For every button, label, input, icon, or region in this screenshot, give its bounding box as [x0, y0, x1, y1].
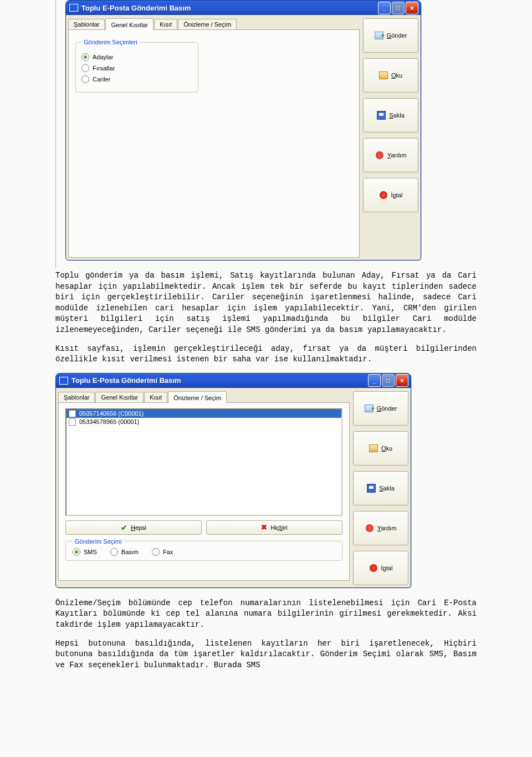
- radio-icon: [81, 64, 89, 72]
- radio-icon: [73, 548, 80, 556]
- body-paragraph-2: Kısıt sayfası, işlemin gerçekleştirilece…: [55, 344, 477, 365]
- body-paragraph-4: Hepsi butonuna basıldığında, listelenen …: [55, 638, 477, 671]
- app-icon: [59, 377, 68, 385]
- list-item-label: 05334578965 (00001): [79, 418, 139, 425]
- gonder-button[interactable]: Gönder: [353, 391, 408, 426]
- minimize-button[interactable]: _: [378, 2, 391, 14]
- checkbox-icon[interactable]: [69, 410, 76, 417]
- radio-icon: [81, 75, 89, 83]
- yardim-button[interactable]: Yardım: [363, 138, 418, 172]
- radio-icon: [152, 548, 160, 556]
- radio-label: Cariler: [93, 76, 110, 83]
- tab-label: Önizleme / Seçim: [173, 395, 221, 401]
- tab-kisit[interactable]: Kısıt: [144, 392, 167, 402]
- iptal-button[interactable]: İptal: [353, 551, 408, 585]
- cancel-icon: [369, 564, 378, 572]
- list-item-label: 05057140656 (C00001): [79, 410, 144, 417]
- radio-adaylar[interactable]: Adaylar: [81, 53, 192, 61]
- tab-genel-kisitlar[interactable]: Genel Kısıtlar: [95, 392, 144, 402]
- oku-button[interactable]: Oku: [353, 431, 408, 466]
- body-paragraph-1: Toplu gönderim ya da basım işlemi, Satış…: [55, 270, 477, 336]
- app-icon: [69, 4, 78, 12]
- sakla-button[interactable]: Sakla: [363, 98, 418, 132]
- tab-sablonlar[interactable]: Şablonlar: [58, 392, 95, 402]
- btn-label-rest: önder: [391, 32, 407, 39]
- groupbox-legend: Gönderim Seçimleri: [81, 39, 140, 45]
- radio-label: Fax: [163, 549, 173, 555]
- hicbiri-button[interactable]: ✖ Hiçbiri: [206, 520, 342, 535]
- send-icon: [365, 404, 374, 413]
- radio-fax[interactable]: Fax: [152, 548, 173, 556]
- list-item[interactable]: 05057140656 (C00001): [66, 410, 341, 418]
- tab-label: Genel Kısıtlar: [111, 22, 148, 28]
- radio-icon: [110, 548, 118, 556]
- x-icon: ✖: [261, 523, 267, 531]
- window-title: Toplu E-Posta Gönderimi Basım: [71, 376, 367, 385]
- radio-cariler[interactable]: Cariler: [81, 75, 192, 83]
- side-button-bar: Gönder Oku Sakla Yardım İptal: [353, 390, 408, 585]
- read-icon: [379, 71, 388, 80]
- tab-label: Şablonlar: [74, 21, 99, 28]
- titlebar[interactable]: Toplu E-Posta Gönderimi Basım _ □ ×: [56, 374, 411, 388]
- page-gutter-line: [55, 0, 56, 268]
- radio-firsatlar[interactable]: Fırsatlar: [81, 64, 192, 72]
- window-title: Toplu E-Posta Gönderimi Basım: [81, 4, 377, 12]
- selection-listbox[interactable]: 05057140656 (C00001) 05334578965 (00001): [65, 408, 342, 516]
- body-paragraph-3: Önizleme/Seçim bölümünde cep telefon num…: [55, 598, 477, 631]
- tab-kisit[interactable]: Kısıt: [154, 19, 177, 29]
- send-icon: [375, 31, 383, 40]
- save-icon: [367, 484, 376, 493]
- side-button-bar: Gönder Oku Sakla Yardım İptal: [363, 17, 418, 258]
- close-button[interactable]: ×: [406, 2, 418, 14]
- tab-bar: Şablonlar Genel Kısıtlar Kısıt Önizleme …: [68, 17, 360, 29]
- sakla-button[interactable]: Sakla: [353, 471, 408, 505]
- tab-label: Önizleme / Seçim: [183, 21, 231, 28]
- read-icon: [369, 444, 378, 453]
- tab-sablonlar[interactable]: Şablonlar: [68, 19, 105, 29]
- maximize-button[interactable]: □: [382, 374, 395, 387]
- tab-bar: Şablonlar Genel Kısıtlar Kısıt Önizleme …: [58, 390, 350, 402]
- cancel-icon: [379, 191, 388, 200]
- radio-label: SMS: [84, 549, 97, 555]
- help-icon: [375, 151, 384, 160]
- group-gonderim-secimleri: Gönderim Seçimleri Adaylar Fırsatlar Car…: [75, 39, 198, 93]
- gonder-button[interactable]: Gönder: [363, 18, 418, 53]
- minimize-button[interactable]: _: [368, 374, 381, 387]
- hepsi-button[interactable]: ✔ Hepsi: [65, 520, 202, 535]
- help-icon: [365, 524, 374, 533]
- checkbox-icon[interactable]: [69, 418, 76, 426]
- close-button[interactable]: ×: [396, 374, 408, 387]
- tab-label: Kısıt: [160, 21, 172, 28]
- list-item[interactable]: 05334578965 (00001): [66, 418, 341, 426]
- oku-button[interactable]: Oku: [363, 58, 418, 93]
- check-icon: ✔: [121, 523, 127, 532]
- save-icon: [377, 111, 386, 120]
- radio-sms[interactable]: SMS: [73, 548, 97, 556]
- group-gonderim-secimi: Gönderim Seçimi SMS Basım Fax: [65, 538, 342, 561]
- radio-basim[interactable]: Basım: [110, 548, 139, 556]
- radio-label: Basım: [121, 549, 139, 555]
- yardim-button[interactable]: Yardım: [353, 511, 408, 545]
- titlebar[interactable]: Toplu E-Posta Gönderimi Basım _ □ ×: [66, 1, 421, 15]
- window-genel-kisitlar: Toplu E-Posta Gönderimi Basım _ □ × Şabl…: [65, 0, 421, 260]
- maximize-button[interactable]: □: [392, 2, 405, 14]
- tab-label: Kısıt: [150, 394, 162, 401]
- tab-label: Genel Kısıtlar: [101, 394, 138, 401]
- window-onizleme-secim: Toplu E-Posta Gönderimi Basım _ □ × Şabl…: [55, 373, 411, 588]
- tab-onizleme[interactable]: Önizleme / Seçim: [178, 19, 237, 29]
- tab-onizleme[interactable]: Önizleme / Seçim: [168, 391, 227, 403]
- iptal-button[interactable]: İptal: [363, 178, 418, 212]
- tab-genel-kisitlar[interactable]: Genel Kısıtlar: [105, 18, 154, 30]
- radio-label: Adaylar: [93, 54, 113, 60]
- radio-label: Fırsatlar: [93, 65, 115, 71]
- tab-label: Şablonlar: [64, 394, 89, 401]
- groupbox-legend: Gönderim Seçimi: [73, 538, 124, 545]
- radio-icon: [81, 53, 89, 61]
